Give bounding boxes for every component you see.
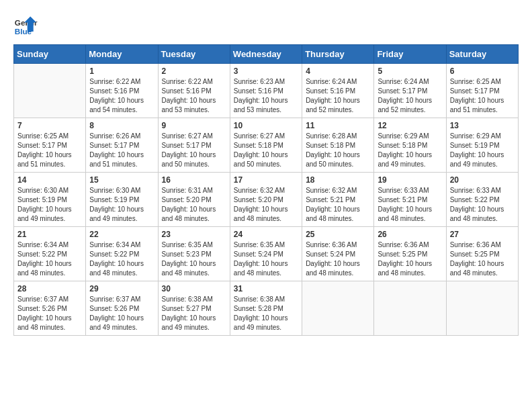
day-info: Sunrise: 6:29 AM Sunset: 5:18 PM Dayligh… [378, 132, 442, 169]
calendar-cell: 24Sunrise: 6:35 AM Sunset: 5:24 PM Dayli… [230, 227, 302, 281]
calendar-cell: 1Sunrise: 6:22 AM Sunset: 5:16 PM Daylig… [86, 64, 158, 118]
day-number: 30 [162, 284, 226, 293]
day-number: 8 [89, 121, 154, 130]
day-number: 20 [450, 175, 515, 185]
page-header: General Blue [13, 13, 519, 38]
day-info: Sunrise: 6:32 AM Sunset: 5:21 PM Dayligh… [306, 186, 370, 224]
calendar-cell: 12Sunrise: 6:29 AM Sunset: 5:18 PM Dayli… [374, 118, 446, 173]
day-number: 23 [162, 230, 226, 239]
calendar-week-row: 7Sunrise: 6:25 AM Sunset: 5:17 PM Daylig… [14, 118, 519, 173]
calendar-cell [14, 64, 86, 118]
day-info: Sunrise: 6:29 AM Sunset: 5:19 PM Dayligh… [450, 132, 515, 169]
day-info: Sunrise: 6:31 AM Sunset: 5:20 PM Dayligh… [162, 186, 226, 224]
day-info: Sunrise: 6:36 AM Sunset: 5:25 PM Dayligh… [450, 240, 515, 278]
day-number: 16 [162, 175, 226, 185]
day-number: 25 [306, 230, 370, 239]
calendar-cell: 25Sunrise: 6:36 AM Sunset: 5:24 PM Dayli… [302, 227, 374, 281]
calendar-cell: 15Sunrise: 6:30 AM Sunset: 5:19 PM Dayli… [86, 173, 158, 227]
day-number: 29 [89, 284, 154, 293]
day-number: 17 [234, 175, 298, 185]
weekday-header-wednesday: Wednesday [230, 45, 302, 64]
weekday-header-friday: Friday [374, 45, 446, 64]
day-info: Sunrise: 6:36 AM Sunset: 5:25 PM Dayligh… [378, 240, 442, 278]
day-number: 26 [378, 230, 442, 239]
calendar-cell: 29Sunrise: 6:37 AM Sunset: 5:26 PM Dayli… [86, 281, 158, 336]
day-info: Sunrise: 6:27 AM Sunset: 5:18 PM Dayligh… [234, 132, 298, 169]
calendar-cell: 31Sunrise: 6:38 AM Sunset: 5:28 PM Dayli… [230, 281, 302, 336]
calendar-cell: 23Sunrise: 6:35 AM Sunset: 5:23 PM Dayli… [158, 227, 230, 281]
day-number: 12 [378, 121, 442, 130]
day-info: Sunrise: 6:38 AM Sunset: 5:28 PM Dayligh… [234, 295, 298, 332]
calendar-cell [446, 281, 518, 336]
day-number: 27 [450, 230, 515, 239]
day-number: 3 [234, 66, 298, 76]
calendar-cell: 5Sunrise: 6:24 AM Sunset: 5:17 PM Daylig… [374, 64, 446, 118]
calendar-cell: 28Sunrise: 6:37 AM Sunset: 5:26 PM Dayli… [14, 281, 86, 336]
calendar-cell: 13Sunrise: 6:29 AM Sunset: 5:19 PM Dayli… [446, 118, 518, 173]
calendar-cell: 4Sunrise: 6:24 AM Sunset: 5:16 PM Daylig… [302, 64, 374, 118]
day-number: 22 [89, 230, 154, 239]
calendar-table: SundayMondayTuesdayWednesdayThursdayFrid… [13, 44, 519, 336]
calendar-cell: 14Sunrise: 6:30 AM Sunset: 5:19 PM Dayli… [14, 173, 86, 227]
day-number: 31 [234, 284, 298, 293]
calendar-week-row: 21Sunrise: 6:34 AM Sunset: 5:22 PM Dayli… [14, 227, 519, 281]
calendar-week-row: 28Sunrise: 6:37 AM Sunset: 5:26 PM Dayli… [14, 281, 519, 336]
weekday-header-tuesday: Tuesday [158, 45, 230, 64]
day-number: 18 [306, 175, 370, 185]
calendar-cell: 11Sunrise: 6:28 AM Sunset: 5:18 PM Dayli… [302, 118, 374, 173]
day-number: 6 [450, 66, 515, 76]
calendar-cell: 3Sunrise: 6:23 AM Sunset: 5:16 PM Daylig… [230, 64, 302, 118]
day-info: Sunrise: 6:27 AM Sunset: 5:17 PM Dayligh… [162, 132, 226, 169]
weekday-header-sunday: Sunday [14, 45, 86, 64]
calendar-cell: 6Sunrise: 6:25 AM Sunset: 5:17 PM Daylig… [446, 64, 518, 118]
day-info: Sunrise: 6:30 AM Sunset: 5:19 PM Dayligh… [17, 186, 82, 224]
day-info: Sunrise: 6:22 AM Sunset: 5:16 PM Dayligh… [89, 77, 154, 115]
day-number: 1 [89, 66, 154, 76]
day-number: 24 [234, 230, 298, 239]
calendar-cell: 18Sunrise: 6:32 AM Sunset: 5:21 PM Dayli… [302, 173, 374, 227]
day-info: Sunrise: 6:24 AM Sunset: 5:16 PM Dayligh… [306, 77, 370, 115]
day-number: 10 [234, 121, 298, 130]
calendar-cell: 2Sunrise: 6:22 AM Sunset: 5:16 PM Daylig… [158, 64, 230, 118]
weekday-header-saturday: Saturday [446, 45, 518, 64]
day-number: 28 [17, 284, 82, 293]
calendar-cell: 26Sunrise: 6:36 AM Sunset: 5:25 PM Dayli… [374, 227, 446, 281]
day-info: Sunrise: 6:32 AM Sunset: 5:20 PM Dayligh… [234, 186, 298, 224]
day-number: 9 [162, 121, 226, 130]
day-info: Sunrise: 6:35 AM Sunset: 5:23 PM Dayligh… [162, 240, 226, 278]
day-info: Sunrise: 6:24 AM Sunset: 5:17 PM Dayligh… [378, 77, 442, 115]
day-info: Sunrise: 6:28 AM Sunset: 5:18 PM Dayligh… [306, 132, 370, 169]
day-info: Sunrise: 6:33 AM Sunset: 5:22 PM Dayligh… [450, 186, 515, 224]
day-info: Sunrise: 6:34 AM Sunset: 5:22 PM Dayligh… [17, 240, 82, 278]
calendar-cell: 8Sunrise: 6:26 AM Sunset: 5:17 PM Daylig… [86, 118, 158, 173]
day-info: Sunrise: 6:25 AM Sunset: 5:17 PM Dayligh… [17, 132, 82, 169]
day-number: 19 [378, 175, 442, 185]
day-info: Sunrise: 6:26 AM Sunset: 5:17 PM Dayligh… [89, 132, 154, 169]
day-info: Sunrise: 6:22 AM Sunset: 5:16 PM Dayligh… [162, 77, 226, 115]
calendar-cell: 20Sunrise: 6:33 AM Sunset: 5:22 PM Dayli… [446, 173, 518, 227]
calendar-cell: 9Sunrise: 6:27 AM Sunset: 5:17 PM Daylig… [158, 118, 230, 173]
calendar-cell: 10Sunrise: 6:27 AM Sunset: 5:18 PM Dayli… [230, 118, 302, 173]
logo-icon: General Blue [13, 13, 38, 38]
calendar-cell: 22Sunrise: 6:34 AM Sunset: 5:22 PM Dayli… [86, 227, 158, 281]
day-info: Sunrise: 6:36 AM Sunset: 5:24 PM Dayligh… [306, 240, 370, 278]
calendar-cell: 7Sunrise: 6:25 AM Sunset: 5:17 PM Daylig… [14, 118, 86, 173]
calendar-cell [302, 281, 374, 336]
day-number: 14 [17, 175, 82, 185]
weekday-header-row: SundayMondayTuesdayWednesdayThursdayFrid… [14, 45, 519, 64]
calendar-cell [374, 281, 446, 336]
day-info: Sunrise: 6:37 AM Sunset: 5:26 PM Dayligh… [17, 295, 82, 332]
day-info: Sunrise: 6:37 AM Sunset: 5:26 PM Dayligh… [89, 295, 154, 332]
calendar-cell: 27Sunrise: 6:36 AM Sunset: 5:25 PM Dayli… [446, 227, 518, 281]
day-info: Sunrise: 6:30 AM Sunset: 5:19 PM Dayligh… [89, 186, 154, 224]
day-info: Sunrise: 6:25 AM Sunset: 5:17 PM Dayligh… [450, 77, 515, 115]
day-number: 15 [89, 175, 154, 185]
day-number: 4 [306, 66, 370, 76]
weekday-header-monday: Monday [86, 45, 158, 64]
day-number: 2 [162, 66, 226, 76]
day-number: 13 [450, 121, 515, 130]
calendar-cell: 30Sunrise: 6:38 AM Sunset: 5:27 PM Dayli… [158, 281, 230, 336]
day-number: 7 [17, 121, 82, 130]
day-info: Sunrise: 6:33 AM Sunset: 5:21 PM Dayligh… [378, 186, 442, 224]
day-number: 21 [17, 230, 82, 239]
